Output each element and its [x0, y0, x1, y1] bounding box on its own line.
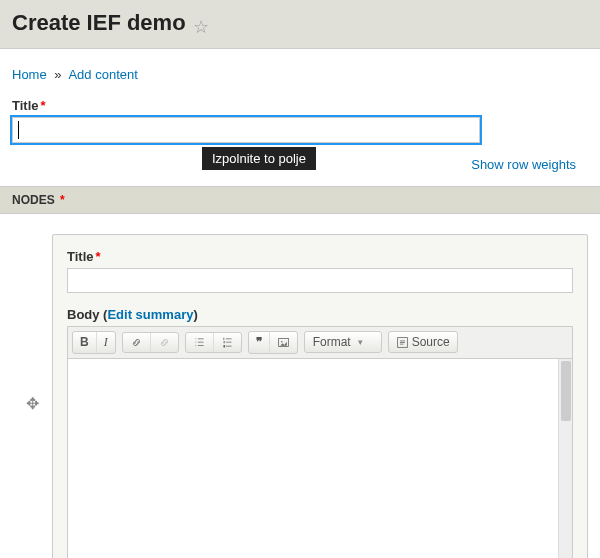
breadcrumb: Home » Add content [12, 67, 588, 82]
unlink-icon [158, 336, 171, 349]
scrollbar-thumb[interactable] [561, 361, 571, 421]
link-button[interactable] [123, 333, 151, 352]
nodes-fieldset: NODES * ✥ Title* Body (Edit summary) B I [0, 186, 600, 558]
image-button[interactable] [270, 332, 297, 353]
blockquote-button[interactable]: ❞ [249, 332, 270, 353]
node-title-input[interactable] [67, 268, 573, 293]
link-icon [130, 336, 143, 349]
edit-summary-link[interactable]: Edit summary [107, 307, 193, 322]
italic-button[interactable]: I [97, 332, 115, 353]
svg-point-1 [281, 340, 283, 342]
unlink-button[interactable] [151, 333, 178, 352]
title-label: Title* [12, 98, 588, 113]
required-marker: * [60, 193, 65, 207]
body-label: Body (Edit summary) [67, 307, 573, 322]
node-title-label: Title* [67, 249, 573, 264]
bullet-list-icon [193, 336, 206, 349]
source-icon [396, 336, 409, 349]
page-header: Create IEF demo ☆ [0, 0, 600, 49]
show-row-weights-link[interactable]: Show row weights [471, 157, 576, 172]
required-marker: * [96, 249, 101, 264]
drag-handle-icon[interactable]: ✥ [12, 234, 52, 413]
breadcrumb-add-content[interactable]: Add content [68, 67, 137, 82]
breadcrumb-home[interactable]: Home [12, 67, 47, 82]
numbered-list-icon [221, 336, 234, 349]
image-icon [277, 336, 290, 349]
chevron-down-icon: ▾ [358, 337, 363, 347]
text-cursor [18, 121, 19, 139]
title-input[interactable] [12, 117, 480, 143]
numbered-list-button[interactable] [214, 333, 241, 352]
star-icon[interactable]: ☆ [193, 16, 209, 38]
bullet-list-button[interactable] [186, 333, 214, 352]
bold-button[interactable]: B [73, 332, 97, 353]
format-select[interactable]: Format▾ [305, 332, 381, 352]
page-title: Create IEF demo [12, 10, 186, 36]
scrollbar[interactable] [558, 359, 572, 558]
editor-toolbar: B I [67, 326, 573, 359]
node-form: Title* Body (Edit summary) B I [52, 234, 588, 558]
editor-body[interactable] [67, 359, 573, 558]
validation-tooltip: Izpolnite to polje [202, 147, 316, 170]
required-marker: * [41, 98, 46, 113]
source-button[interactable]: Source [389, 332, 457, 352]
nodes-legend: NODES * [0, 186, 600, 214]
breadcrumb-sep: » [54, 67, 61, 82]
